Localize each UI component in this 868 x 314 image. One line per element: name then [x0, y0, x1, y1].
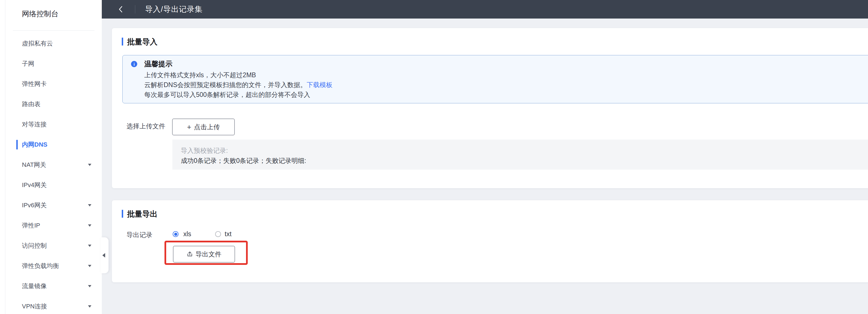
chevron-left-icon: [102, 253, 105, 257]
section-accent-bar: [122, 210, 123, 218]
radio-xls[interactable]: [173, 231, 179, 237]
radio-xls-label[interactable]: xls: [183, 230, 191, 238]
chevron-down-icon: [88, 164, 91, 166]
sidebar-item-route-table[interactable]: 路由表: [0, 94, 102, 114]
info-alert: i 温馨提示 上传文件格式支持xls，大小不超过2MB 云解析DNS会按照预定模…: [122, 55, 868, 103]
chevron-down-icon: [88, 265, 91, 267]
sidebar-item-peering[interactable]: 对等连接: [0, 114, 102, 135]
upload-file-label: 选择上传文件: [127, 122, 165, 131]
chevron-down-icon: [88, 245, 91, 247]
sidebar-menu: 虚拟私有云 子网 弹性网卡 路由表 对等连接 内网DNS NAT网关 IPv4网…: [0, 33, 102, 314]
section-accent-bar: [122, 38, 123, 45]
radio-txt[interactable]: [215, 231, 221, 237]
upload-arrow-icon: [187, 251, 193, 257]
plus-icon: +: [187, 123, 191, 131]
precheck-title: 导入预校验记录:: [181, 146, 228, 155]
batch-export-card: 批量导出 导出记录 xls txt 导出文件: [112, 200, 868, 282]
sidebar-item-label: VPN连接: [22, 302, 47, 311]
batch-import-title: 批量导入: [127, 37, 157, 47]
sidebar-item-eip[interactable]: 弹性IP: [0, 215, 102, 236]
alert-body: 上传文件格式支持xls，大小不超过2MB 云解析DNS会按照预定模板扫描您的文件…: [144, 70, 333, 100]
sidebar-item-label: NAT网关: [22, 161, 46, 169]
sidebar-item-ipv6-gateway[interactable]: IPv6网关: [0, 195, 102, 215]
sidebar-item-private-dns[interactable]: 内网DNS: [0, 135, 102, 155]
precheck-result: 成功0条记录；失败0条记录；失败记录明细:: [181, 156, 306, 165]
sidebar-title: 网络控制台: [22, 9, 59, 19]
sidebar-item-label: 弹性网卡: [22, 80, 47, 88]
sidebar-item-label: 访问控制: [22, 242, 47, 250]
sidebar-item-elb[interactable]: 弹性负载均衡: [0, 256, 102, 276]
back-button[interactable]: [118, 6, 124, 13]
batch-export-title: 批量导出: [127, 209, 157, 219]
export-button-label: 导出文件: [196, 250, 222, 259]
sidebar: 网络控制台 虚拟私有云 子网 弹性网卡 路由表 对等连接 内网DNS NAT网关…: [0, 0, 102, 314]
sidebar-divider: [13, 30, 94, 31]
precheck-panel: 导入预校验记录: 成功0条记录；失败0条记录；失败记录明细:: [173, 140, 868, 170]
page-title: 导入/导出记录集: [145, 4, 203, 14]
sidebar-item-vpc[interactable]: 虚拟私有云: [0, 33, 102, 54]
chevron-down-icon: [88, 204, 91, 206]
sidebar-item-ipv4-gateway[interactable]: IPv4网关: [0, 175, 102, 195]
sidebar-item-label: IPv6网关: [22, 201, 47, 210]
sidebar-item-label: 虚拟私有云: [22, 39, 53, 48]
sidebar-item-label: IPv4网关: [22, 181, 47, 189]
chevron-down-icon: [88, 285, 91, 287]
alert-line: 每次最多可以导入500条解析记录，超出的部分将不会导入: [144, 90, 333, 100]
sidebar-item-vpn[interactable]: VPN连接: [0, 296, 102, 314]
sidebar-collapse-handle[interactable]: [101, 237, 108, 273]
radio-txt-label[interactable]: txt: [225, 230, 231, 238]
alert-line: 上传文件格式支持xls，大小不超过2MB: [144, 70, 333, 80]
chevron-left-icon: [118, 6, 123, 13]
upload-button-label: 点击上传: [194, 123, 220, 132]
info-icon: i: [131, 61, 137, 67]
sidebar-item-label: 弹性IP: [22, 221, 40, 230]
sidebar-item-label: 内网DNS: [22, 140, 47, 149]
sidebar-item-label: 流量镜像: [22, 282, 47, 290]
sidebar-item-subnet[interactable]: 子网: [0, 54, 102, 74]
sidebar-item-access-control[interactable]: 访问控制: [0, 236, 102, 256]
sidebar-item-nat-gateway[interactable]: NAT网关: [0, 155, 102, 175]
chevron-down-icon: [88, 305, 91, 308]
sidebar-item-label: 弹性负载均衡: [22, 262, 59, 270]
sidebar-item-label: 路由表: [22, 100, 40, 108]
alert-title: 温馨提示: [144, 59, 173, 69]
batch-import-card: 批量导入 i 温馨提示 上传文件格式支持xls，大小不超过2MB 云解析DNS会…: [112, 28, 868, 188]
export-record-label: 导出记录: [127, 231, 152, 239]
sidebar-item-label: 对等连接: [22, 120, 47, 129]
sidebar-item-traffic-mirror[interactable]: 流量镜像: [0, 276, 102, 296]
chevron-down-icon: [88, 224, 91, 226]
download-template-link[interactable]: 下载模板: [307, 81, 333, 89]
alert-line: 云解析DNS会按照预定模板扫描您的文件，并导入数据。下载模板: [144, 80, 333, 90]
page-header: 导入/导出记录集: [102, 0, 868, 19]
sidebar-item-eni[interactable]: 弹性网卡: [0, 74, 102, 94]
export-file-button[interactable]: 导出文件: [173, 246, 235, 263]
click-upload-button[interactable]: + 点击上传: [172, 118, 235, 135]
sidebar-item-label: 子网: [22, 60, 34, 68]
